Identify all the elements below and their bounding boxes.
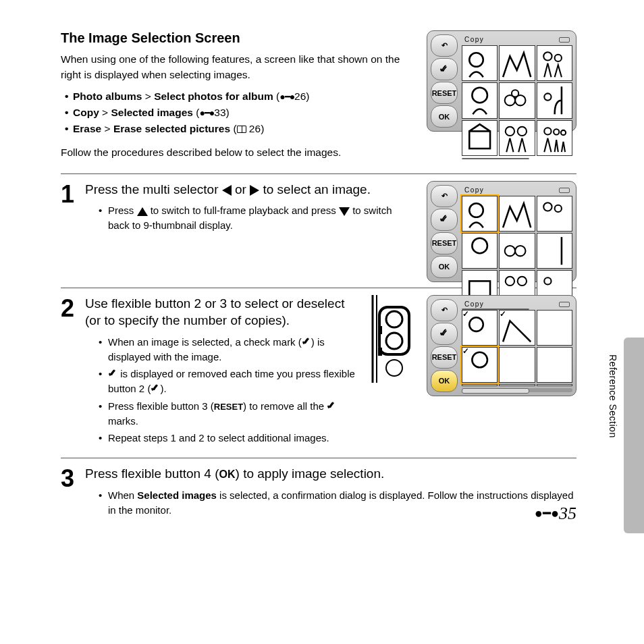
check-button [431, 209, 458, 231]
step-number: 1 [61, 181, 85, 236]
camera-screen-illustration: ↶ RESET OK Copy ✓ ✓ ✓ [427, 295, 576, 396]
thumbnail [537, 120, 572, 156]
svg-point-9 [506, 126, 514, 135]
svg-rect-8 [469, 131, 490, 149]
feature-path-a: Copy [73, 107, 99, 118]
thumbnail [462, 120, 498, 156]
feature-item: Copy > Selected images (●━●33) [61, 105, 412, 121]
screen-title: Copy [462, 299, 572, 310]
thumbnail [499, 82, 535, 118]
thumbnail [537, 384, 572, 385]
svg-point-29 [386, 333, 402, 349]
check-button [431, 58, 458, 80]
reset-button: RESET [431, 346, 458, 369]
thumbnail-checked: ✓ [462, 310, 498, 346]
svg-point-10 [518, 126, 527, 135]
feature-ref: 26 [294, 90, 306, 102]
page-number: ●━●35 [535, 504, 576, 524]
scrollbar [462, 388, 572, 392]
thumbnail-grid [462, 196, 572, 306]
step-sub-item: When an image is selected, a check mark … [97, 335, 358, 365]
step-sub-item: Press flexible button 3 (RESET) to remov… [97, 399, 358, 429]
back-button: ↶ [431, 299, 458, 321]
bold-term: Selected images [137, 489, 217, 501]
screen-title: Copy [462, 34, 572, 45]
thumbnail-grid [462, 45, 572, 156]
feature-list: Photo albums > Select photos for album (… [61, 88, 412, 137]
reset-label: RESET [214, 402, 243, 412]
feature-item: Erase > Erase selected pictures ( 26) [61, 121, 412, 137]
page-heading: The Image Selection Screen [61, 30, 412, 46]
svg-point-12 [554, 129, 559, 134]
follow-text: Follow the procedures described below to… [61, 146, 412, 159]
svg-point-27 [386, 311, 402, 327]
thumbnail [537, 82, 572, 118]
svg-point-15 [543, 203, 552, 211]
check-icon [302, 336, 311, 346]
left-arrow-icon [222, 185, 232, 196]
ok-label: OK [219, 468, 236, 480]
check-icon [327, 400, 336, 410]
ok-button: OK [431, 105, 458, 128]
step-sub-item: Press to switch to full-frame playback a… [97, 203, 410, 233]
reset-button: RESET [431, 232, 458, 254]
svg-point-32 [469, 317, 483, 331]
check-icon [151, 383, 160, 392]
thumbnail-selected-checked: ✓ [462, 347, 498, 383]
thumbnail [537, 310, 572, 346]
svg-point-16 [554, 205, 561, 211]
svg-point-11 [544, 128, 551, 134]
svg-point-1 [543, 52, 552, 60]
feature-ref: 33 [214, 107, 225, 118]
svg-point-2 [554, 55, 561, 61]
thumbnail [537, 45, 572, 81]
screen-title: Copy [462, 185, 572, 196]
book-icon [237, 126, 246, 133]
step-number: 2 [61, 295, 85, 449]
thumbnail [499, 384, 535, 385]
svg-point-3 [472, 88, 487, 103]
side-section-label: Reference Section [608, 354, 618, 438]
thumbnail [462, 233, 498, 269]
reset-button: RESET [431, 82, 458, 104]
svg-point-17 [472, 238, 487, 254]
step-title: Use flexible button 2 or 3 to select or … [85, 295, 358, 329]
svg-point-21 [506, 277, 514, 286]
camera-screen-illustration: ↶ RESET OK Copy [427, 30, 576, 132]
thumbnail [499, 233, 535, 269]
thumbnail [499, 347, 535, 383]
thumbnail [537, 347, 572, 383]
down-arrow-icon [339, 207, 350, 216]
feature-path-b: Selected images [111, 107, 192, 118]
back-button: ↶ [431, 185, 458, 207]
ref-icon: ●━● [279, 91, 294, 102]
svg-rect-28 [378, 326, 382, 334]
svg-point-6 [512, 90, 518, 97]
step-title: Press the multi selector or to select an… [85, 181, 410, 198]
manual-page: Reference Section The Image Selection Sc… [0, 0, 644, 551]
svg-point-13 [561, 130, 566, 135]
step-sub-item: Repeat steps 1 and 2 to select additiona… [97, 431, 358, 446]
thumbnail [537, 233, 572, 269]
thumbnail [499, 120, 535, 156]
separator [61, 458, 576, 458]
svg-point-23 [544, 277, 551, 284]
feature-path-b: Erase selected pictures [113, 123, 230, 134]
svg-point-18 [505, 246, 515, 256]
thumbnail-checked: ✓ [499, 310, 535, 346]
svg-point-31 [386, 360, 402, 376]
camera-screen-illustration: ↶ RESET OK Copy [427, 181, 576, 282]
thumbnail-selected [462, 196, 498, 232]
svg-point-0 [469, 53, 483, 67]
thumbnail-grid: ✓ ✓ ✓ [462, 310, 572, 386]
svg-rect-30 [378, 348, 382, 356]
feature-path-b: Select photos for album [154, 90, 273, 102]
thumbnail [462, 45, 498, 81]
side-tab [624, 338, 644, 533]
thumbnail [499, 196, 535, 232]
check-icon [108, 368, 117, 377]
back-button: ↶ [431, 34, 458, 57]
ref-icon: ●━● [199, 107, 214, 118]
flexible-buttons-illustration [366, 295, 413, 383]
check-button [431, 323, 458, 345]
